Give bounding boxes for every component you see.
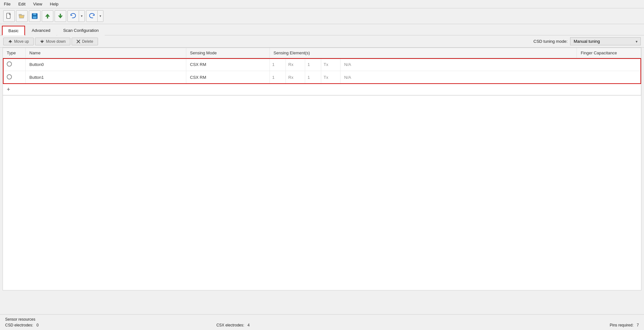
csd-electrodes-label: CSD electrodes: (5, 323, 33, 327)
move-up-toolbar-button[interactable] (42, 10, 53, 22)
radio-icon-0 (7, 61, 12, 67)
svg-rect-9 (60, 14, 61, 16)
se4-cell-1: Tx (321, 71, 340, 84)
col-header-sensing-elements: Sensing Element(s) (269, 48, 577, 58)
footer-title: Sensor resources (5, 317, 639, 322)
se2-cell-1: Rx (286, 71, 305, 84)
csd-electrodes: CSD electrodes: 0 (5, 323, 216, 327)
undo-button[interactable] (67, 10, 79, 22)
finger-cap-cell-1: N/A (340, 71, 641, 84)
sensing-mode-cell-0: CSX RM (186, 58, 269, 71)
svg-marker-10 (8, 40, 12, 42)
csx-electrodes-value: 4 (247, 323, 250, 327)
menubar: File Edit View Help (0, 0, 644, 8)
tab-advanced[interactable]: Advanced (26, 26, 57, 35)
table-header-row: Type Name Sensing Mode Sensing Element(s… (3, 48, 641, 58)
csd-tuning-label: CSD tuning mode: (534, 39, 568, 44)
new-file-button[interactable] (3, 10, 15, 22)
menu-view[interactable]: View (32, 1, 43, 7)
delete-button[interactable]: Delete (72, 38, 98, 45)
csd-tuning-select[interactable]: Manual tuning SmartSense Auto-Tuning (570, 37, 641, 45)
name-cell-0: Button0 (25, 58, 186, 71)
tab-scan-configuration[interactable]: Scan Configuration (57, 26, 105, 35)
csx-electrodes-label: CSX electrodes: (216, 323, 244, 327)
move-up-button[interactable]: Move up (3, 38, 34, 45)
sensors-table: Type Name Sensing Mode Sensing Element(s… (3, 48, 641, 95)
svg-rect-0 (7, 13, 10, 19)
undo-group: ▼ (67, 10, 85, 22)
pins-required: Pins required: 7 (428, 323, 639, 327)
move-up-label: Move up (14, 39, 29, 44)
footer-row: CSD electrodes: 0 CSX electrodes: 4 Pins… (5, 323, 639, 327)
col-header-type: Type (3, 48, 25, 58)
svg-marker-6 (45, 14, 50, 17)
add-icon: + (7, 86, 10, 93)
se1-cell-0: 1 (269, 58, 286, 71)
add-row-cell[interactable]: + (3, 84, 641, 95)
sensing-mode-cell-1: CSX RM (186, 71, 269, 84)
footer: Sensor resources CSD electrodes: 0 CSX e… (0, 314, 644, 330)
action-bar: Move up Move down Delete CSD tuning mode… (0, 35, 644, 48)
undo-dropdown-button[interactable]: ▼ (79, 10, 85, 22)
col-header-finger-cap: Finger Capacitance (577, 48, 641, 58)
col-header-sensing-mode: Sensing Mode (186, 48, 269, 58)
csd-electrodes-value: 0 (36, 323, 39, 327)
menu-file[interactable]: File (3, 1, 12, 7)
table-row-button0[interactable]: Button0 CSX RM 1 Rx 1 Tx N/A (3, 58, 641, 71)
type-cell-1 (3, 71, 25, 84)
redo-button[interactable] (86, 10, 98, 22)
svg-marker-12 (40, 41, 44, 43)
pins-required-label: Pins required: (610, 323, 633, 327)
open-button[interactable] (16, 10, 28, 22)
move-down-icon (40, 39, 44, 44)
radio-icon-1 (7, 74, 12, 79)
empty-content-area (3, 96, 641, 290)
move-down-button[interactable]: Move down (35, 38, 70, 45)
svg-rect-5 (33, 16, 37, 18)
table-row[interactable]: Button0 CSX RM 1 Rx 1 Tx N/A (3, 58, 641, 84)
menu-edit[interactable]: Edit (17, 1, 27, 7)
finger-cap-cell-0: N/A (340, 58, 641, 71)
delete-icon (76, 40, 80, 43)
name-cell-1: Button1 (25, 71, 186, 84)
se3-cell-1: 1 (305, 71, 321, 84)
svg-rect-2 (19, 14, 22, 15)
pins-required-value: 7 (637, 323, 639, 327)
delete-label: Delete (82, 39, 93, 44)
se1-cell-1: 1 (269, 71, 286, 84)
svg-rect-4 (33, 14, 36, 15)
menu-help[interactable]: Help (49, 1, 60, 7)
table-container: Type Name Sensing Mode Sensing Element(s… (3, 48, 641, 96)
se3-cell-0: 1 (305, 58, 321, 71)
csd-tuning-select-wrapper: Manual tuning SmartSense Auto-Tuning ▼ (570, 37, 641, 45)
svg-rect-13 (42, 40, 42, 41)
move-up-icon (8, 39, 13, 44)
add-row[interactable]: + (3, 84, 641, 95)
se4-cell-0: Tx (321, 58, 340, 71)
col-header-name: Name (25, 48, 186, 58)
csx-electrodes: CSX electrodes: 4 (216, 323, 428, 327)
table-body: Button0 CSX RM 1 Rx 1 Tx N/A (3, 58, 641, 95)
svg-rect-11 (10, 42, 11, 43)
toolbar: ▼ ▼ (0, 8, 644, 24)
redo-group: ▼ (86, 10, 103, 22)
move-down-toolbar-button[interactable] (55, 10, 66, 22)
tab-basic[interactable]: Basic (2, 26, 25, 35)
redo-dropdown-button[interactable]: ▼ (98, 10, 103, 22)
tab-bar: Basic Advanced Scan Configuration (0, 24, 644, 35)
table-row-button1[interactable]: Button1 CSX RM 1 Rx 1 Tx N/A (3, 71, 641, 84)
save-button[interactable] (29, 10, 40, 22)
move-down-label: Move down (46, 39, 66, 44)
svg-rect-7 (47, 17, 48, 19)
se2-cell-0: Rx (286, 58, 305, 71)
svg-marker-8 (58, 15, 63, 18)
csd-tuning-group: CSD tuning mode: Manual tuning SmartSens… (534, 37, 641, 45)
type-cell-0 (3, 58, 25, 71)
